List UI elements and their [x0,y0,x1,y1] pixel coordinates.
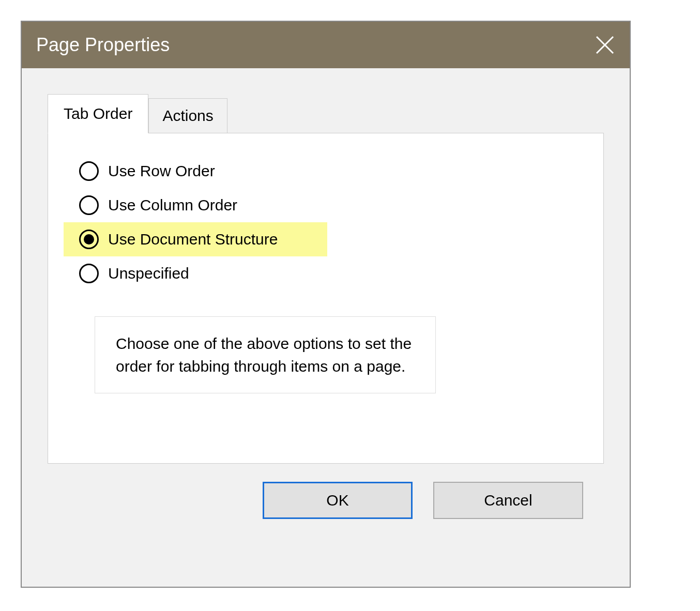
radio-icon [79,195,99,215]
radio-icon [79,230,99,249]
cancel-button[interactable]: Cancel [433,482,583,519]
radio-use-document-structure[interactable]: Use Document Structure [64,222,327,256]
ok-button[interactable]: OK [263,482,413,519]
close-icon [595,35,615,55]
description-text: Choose one of the above options to set t… [116,332,415,377]
dialog-body: Tab Order Actions Use Row Order Use Colu… [22,68,630,587]
button-row: OK Cancel [48,464,604,537]
radio-icon [79,161,99,181]
radio-label: Use Column Order [108,196,237,214]
radio-label: Use Document Structure [108,231,278,248]
radio-use-column-order[interactable]: Use Column Order [64,188,577,222]
tab-actions[interactable]: Actions [148,98,227,133]
tab-order-panel: Use Row Order Use Column Order Use Docum… [48,133,604,464]
radio-icon [79,264,99,283]
tab-order-radio-group: Use Row Order Use Column Order Use Docum… [64,154,577,291]
radio-label: Unspecified [108,265,189,282]
dialog-title: Page Properties [36,34,170,56]
tab-strip: Tab Order Actions [48,94,604,133]
page-properties-dialog: Page Properties Tab Order Actions Use Ro… [21,21,631,588]
radio-use-row-order[interactable]: Use Row Order [64,154,577,188]
radio-unspecified[interactable]: Unspecified [64,256,577,291]
description-box: Choose one of the above options to set t… [95,316,436,393]
titlebar: Page Properties [22,22,630,68]
radio-label: Use Row Order [108,162,215,180]
tab-tab-order[interactable]: Tab Order [48,94,148,133]
close-button[interactable] [595,35,615,55]
